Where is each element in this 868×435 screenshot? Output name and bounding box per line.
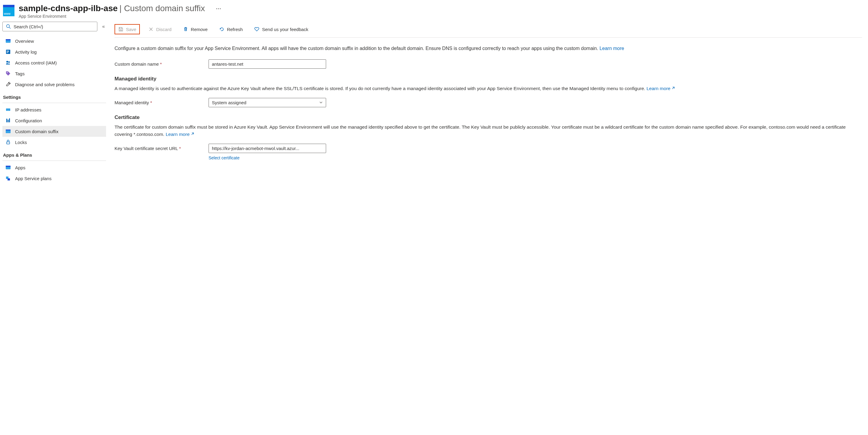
wrench-icon [5,81,11,87]
managed-identity-desc: A managed identity is used to authentica… [115,85,862,92]
certificate-desc: The certificate for custom domain suffix… [115,124,862,138]
select-value: System assigned [212,100,246,105]
sidebar-item-label: Configuration [15,118,42,123]
search-icon [6,24,11,29]
lock-icon [5,139,11,145]
sidebar-item-access-control[interactable]: Access control (IAM) [2,57,106,68]
remove-button[interactable]: Remove [180,25,211,34]
svg-rect-6 [7,52,9,52]
sidebar-section-apps-plans: Apps & Plans [2,147,106,161]
globe-icon [5,38,11,44]
resource-name: sample-cdns-app-ilb-ase [19,4,118,13]
sidebar-item-label: Activity log [15,49,37,55]
sidebar-item-app-service-plans[interactable]: App Service plans [2,173,106,184]
toolbar-label: Refresh [227,27,243,32]
custom-domain-input[interactable] [209,59,326,69]
svg-text:…: … [7,109,9,111]
custom-domain-label: Custom domain name * [115,62,209,67]
sidebar-item-label: Tags [15,71,25,76]
learn-more-link-cert[interactable]: Learn more [166,132,194,137]
sidebar-item-label: Apps [15,165,25,170]
sidebar-item-label: IP addresses [15,107,41,112]
keyvault-url-label: Key Vault certificate secret URL * [115,146,209,151]
resource-type-icon: www [3,5,14,16]
sidebar-item-configuration[interactable]: Configuration [2,115,106,126]
trash-icon [183,27,188,32]
sidebar: « Overview Activity log Access control (… [0,22,108,435]
sidebar-item-ip-addresses[interactable]: … IP addresses [2,104,106,115]
sidebar-item-custom-domain-suffix[interactable]: Custom domain suffix [2,126,106,137]
feedback-button[interactable]: Send us your feedback [251,25,311,34]
toolbar-label: Discard [156,27,172,32]
sidebar-item-label: Diagnose and solve problems [15,82,75,87]
chevron-down-icon [319,100,323,105]
discard-button[interactable]: Discard [145,25,175,34]
toolbar-label: Remove [191,27,208,32]
svg-rect-13 [6,119,7,122]
toolbar-label: Save [126,27,136,32]
toolbar-label: Send us your feedback [262,27,308,32]
search-input[interactable] [13,24,94,29]
svg-rect-5 [7,51,9,51]
resource-type-label: App Service Environment [19,14,222,19]
select-certificate-link[interactable]: Select certificate [209,156,240,160]
plans-icon [5,176,11,181]
page-header: www sample-cdns-app-ilb-ase | Custom dom… [0,0,868,22]
save-icon [118,27,124,32]
svg-point-0 [7,25,10,28]
collapse-sidebar-icon[interactable]: « [101,23,106,30]
svg-rect-20 [6,166,10,167]
external-link-icon [190,132,194,137]
toolbar: Save Discard Remove [115,22,862,38]
sidebar-item-label: Custom domain suffix [15,129,59,134]
sidebar-item-tags[interactable]: Tags [2,68,106,79]
svg-point-8 [6,61,8,63]
svg-rect-17 [6,130,10,130]
svg-line-1 [9,27,11,29]
sidebar-item-label: App Service plans [15,176,52,181]
apps-icon [5,165,11,170]
sidebar-item-overview[interactable]: Overview [2,36,106,46]
page-title: sample-cdns-app-ilb-ase | Custom domain … [19,4,222,13]
svg-point-9 [8,62,10,63]
page-subtitle: Custom domain suffix [124,4,205,13]
log-icon [5,49,11,55]
svg-rect-22 [7,178,10,180]
heart-icon [254,27,259,32]
svg-rect-18 [7,142,10,144]
managed-identity-heading: Managed identity [115,76,862,82]
managed-identity-select[interactable]: System assigned [209,98,326,107]
more-icon[interactable]: ⋯ [216,5,222,12]
main-content: Save Discard Remove [108,22,868,435]
search-box[interactable] [2,22,97,31]
sidebar-item-label: Access control (IAM) [15,60,57,65]
sidebar-item-label: Overview [15,39,34,44]
sidebar-item-diagnose[interactable]: Diagnose and solve problems [2,79,106,90]
sidebar-item-activity-log[interactable]: Activity log [2,46,106,57]
managed-identity-label: Managed identity * [115,100,209,105]
domain-icon [5,129,11,134]
svg-rect-3 [6,39,10,40]
certificate-heading: Certificate [115,114,862,121]
learn-more-link-identity[interactable]: Learn more [647,86,675,91]
refresh-button[interactable]: Refresh [216,25,246,34]
config-icon [5,118,11,123]
svg-rect-7 [7,53,8,53]
external-link-icon [671,86,675,91]
svg-point-10 [7,72,8,73]
sidebar-section-settings: Settings [2,90,106,103]
sidebar-item-apps[interactable]: Apps [2,162,106,173]
sidebar-item-locks[interactable]: Locks [2,137,106,147]
close-icon [148,27,154,32]
keyvault-url-input[interactable] [209,144,326,153]
people-icon [5,60,11,65]
svg-rect-15 [9,119,10,122]
save-button[interactable]: Save [115,24,140,34]
intro-text: Configure a custom domain suffix for you… [115,45,862,52]
tag-icon [5,71,11,76]
svg-rect-14 [8,120,9,122]
sidebar-item-label: Locks [15,140,27,145]
learn-more-link[interactable]: Learn more [599,46,624,51]
ip-icon: … [5,107,11,112]
refresh-icon [219,27,224,32]
